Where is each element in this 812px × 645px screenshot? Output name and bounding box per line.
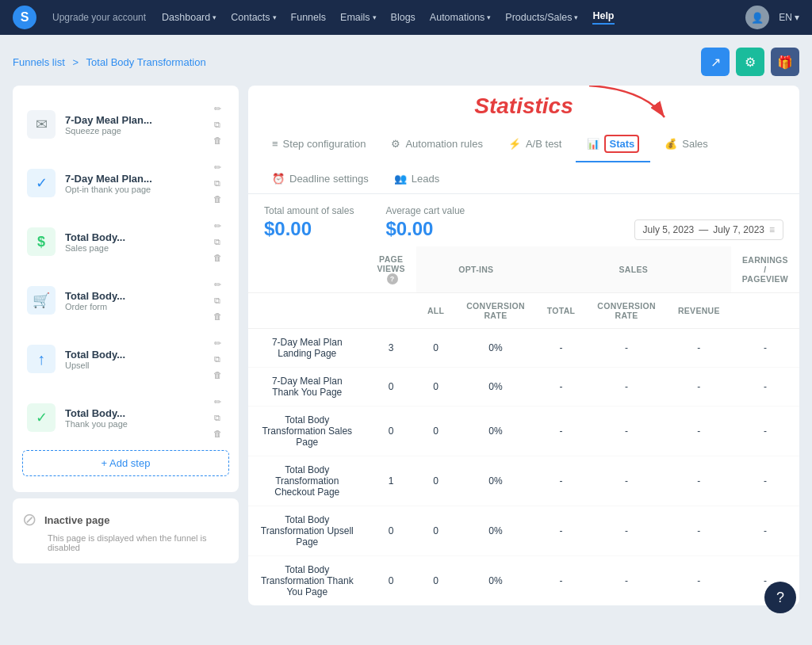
upgrade-link[interactable]: Upgrade your account: [52, 12, 146, 23]
step-name-2: 7-Day Meal Plan...: [65, 173, 201, 185]
help-bubble[interactable]: ?: [764, 582, 796, 613]
cell-page-views-3: 1: [366, 456, 416, 506]
step-copy-1[interactable]: ⧉: [210, 117, 224, 132]
cell-revenue-3: -: [667, 456, 731, 506]
sub-col-earnings-empty: [731, 293, 799, 329]
sales-icon: 💰: [665, 138, 677, 150]
col-page-name-header: [248, 246, 366, 293]
step-actions-2: ✏ ⧉ 🗑: [210, 160, 224, 206]
tab-step-configuration[interactable]: ≡ Step configuration: [261, 130, 377, 159]
funnel-step-6[interactable]: ✓ Total Body... Thank you page ✏ ⧉ 🗑: [22, 388, 229, 447]
deadline-icon: ⏰: [272, 173, 285, 185]
funnel-step-4[interactable]: 🛒 Total Body... Order form ✏ ⧉ 🗑: [22, 271, 229, 330]
tab-stats[interactable]: 📊 Stats: [576, 127, 650, 162]
funnel-step-5[interactable]: ↑ Total Body... Upsell ✏ ⧉ 🗑: [22, 330, 229, 388]
funnel-step-2[interactable]: ✓ 7-Day Meal Plan... Opt-in thank you pa…: [22, 154, 229, 212]
page-views-help-icon[interactable]: ?: [387, 273, 398, 284]
step-info-3: Total Body... Sales page: [65, 231, 201, 253]
external-link-button[interactable]: ↗: [701, 48, 730, 76]
table-row: Total Body Transformation Sales Page 0 0…: [248, 406, 799, 456]
nav-emails[interactable]: Emails ▾: [340, 12, 377, 23]
top-action-buttons: ↗ ⚙ 🎁: [701, 48, 799, 76]
logo[interactable]: S: [13, 6, 36, 29]
cell-sales-rate-3: -: [586, 456, 667, 506]
date-range-icon: ≡: [769, 224, 775, 235]
table-row: 7-Day Meal Plan Landing Page 3 0 0% - - …: [248, 329, 799, 368]
breadcrumb-separator: >: [72, 56, 81, 68]
tab-deadline-settings[interactable]: ⏰ Deadline settings: [261, 165, 380, 194]
nav-funnels[interactable]: Funnels: [291, 12, 326, 23]
tab-ab-test[interactable]: ⚡ A/B test: [497, 130, 573, 159]
cell-earnings-2: -: [731, 406, 799, 456]
step-edit-6[interactable]: ✏: [210, 395, 224, 409]
inactive-icon: ⊘: [22, 510, 36, 530]
inactive-header: ⊘ Inactive page: [22, 510, 229, 530]
cell-sales-total-3: -: [536, 456, 587, 506]
breadcrumb-parent[interactable]: Funnels list: [13, 56, 65, 68]
cell-sales-rate-4: -: [586, 506, 667, 556]
col-opt-ins-header: OPT-INS: [416, 246, 536, 293]
step-delete-2[interactable]: 🗑: [210, 192, 224, 206]
step-info-4: Total Body... Order form: [65, 290, 201, 311]
cell-opt-ins-all-4: 0: [416, 506, 455, 556]
step-edit-1[interactable]: ✏: [210, 101, 224, 116]
nav-contacts[interactable]: Contacts ▾: [231, 12, 276, 23]
step-info-1: 7-Day Meal Plan... Squeeze page: [65, 114, 201, 135]
language-selector[interactable]: EN ▾: [779, 12, 799, 23]
nav-blogs[interactable]: Blogs: [391, 12, 416, 23]
nav-links: Dashboard ▾ Contacts ▾ Funnels Emails ▾ …: [162, 10, 730, 25]
step-copy-2[interactable]: ⧉: [210, 176, 224, 190]
step-delete-3[interactable]: 🗑: [210, 250, 224, 265]
nav-help[interactable]: Help: [592, 10, 614, 25]
step-type-6: Thank you page: [65, 419, 201, 429]
avg-cart-metric: Average cart value $0.00: [385, 205, 465, 240]
cell-revenue-4: -: [667, 506, 731, 556]
step-actions-4: ✏ ⧉ 🗑: [210, 277, 224, 323]
nav-products-sales[interactable]: Products/Sales ▾: [505, 12, 578, 23]
tab-automation-rules[interactable]: ⚙ Automation rules: [380, 130, 494, 159]
funnel-step-1[interactable]: ✉ 7-Day Meal Plan... Squeeze page ✏ ⧉ 🗑: [22, 95, 229, 154]
settings-button[interactable]: ⚙: [736, 48, 764, 76]
tab-deadline-label: Deadline settings: [289, 173, 369, 185]
page-wrapper: Funnels list > Total Body Transformation…: [0, 35, 812, 645]
step-copy-4[interactable]: ⧉: [210, 293, 224, 307]
step-info-6: Total Body... Thank you page: [65, 407, 201, 429]
step-copy-5[interactable]: ⧉: [210, 352, 224, 366]
nav-automations[interactable]: Automations ▾: [430, 12, 491, 23]
cell-page-views-5: 0: [366, 556, 416, 606]
sub-col-conversion-rate: CONVERSION RATE: [455, 293, 536, 329]
step-delete-1[interactable]: 🗑: [210, 133, 224, 147]
nav-dashboard[interactable]: Dashboard ▾: [162, 12, 216, 23]
step-edit-3[interactable]: ✏: [210, 219, 224, 233]
breadcrumb-row: Funnels list > Total Body Transformation…: [13, 48, 799, 76]
cell-page-views-0: 3: [366, 329, 416, 368]
step-delete-4[interactable]: 🗑: [210, 309, 224, 323]
step-edit-5[interactable]: ✏: [210, 336, 224, 350]
tab-leads[interactable]: 👥 Leads: [383, 165, 450, 194]
step-copy-3[interactable]: ⧉: [210, 235, 224, 249]
step-name-5: Total Body...: [65, 349, 201, 361]
ab-test-icon: ⚡: [508, 138, 521, 150]
statistics-title: Statistics: [248, 94, 799, 119]
cell-sales-rate-0: -: [586, 329, 667, 368]
step-delete-6[interactable]: 🗑: [210, 426, 224, 441]
step-actions-5: ✏ ⧉ 🗑: [210, 336, 224, 382]
add-step-button[interactable]: + Add step: [22, 450, 229, 476]
step-copy-6[interactable]: ⧉: [210, 410, 224, 425]
user-avatar[interactable]: 👤: [745, 6, 769, 29]
step-icon-5: ↑: [27, 345, 56, 373]
step-delete-5[interactable]: 🗑: [210, 368, 224, 382]
gift-button[interactable]: 🎁: [771, 48, 799, 76]
cell-page-name-0: 7-Day Meal Plan Landing Page: [248, 329, 366, 368]
tab-sales[interactable]: 💰 Sales: [653, 130, 719, 159]
inactive-page-box: ⊘ Inactive page This page is displayed w…: [13, 498, 239, 563]
step-actions-1: ✏ ⧉ 🗑: [210, 101, 224, 147]
funnel-step-3[interactable]: $ Total Body... Sales page ✏ ⧉ 🗑: [22, 212, 229, 271]
cell-page-views-4: 0: [366, 506, 416, 556]
step-edit-4[interactable]: ✏: [210, 277, 224, 292]
date-range-separator: —: [699, 224, 708, 235]
cell-page-views-2: 0: [366, 406, 416, 456]
step-type-5: Upsell: [65, 361, 201, 370]
step-edit-2[interactable]: ✏: [210, 160, 224, 174]
date-range-filter[interactable]: July 5, 2023 — July 7, 2023 ≡: [634, 219, 783, 240]
